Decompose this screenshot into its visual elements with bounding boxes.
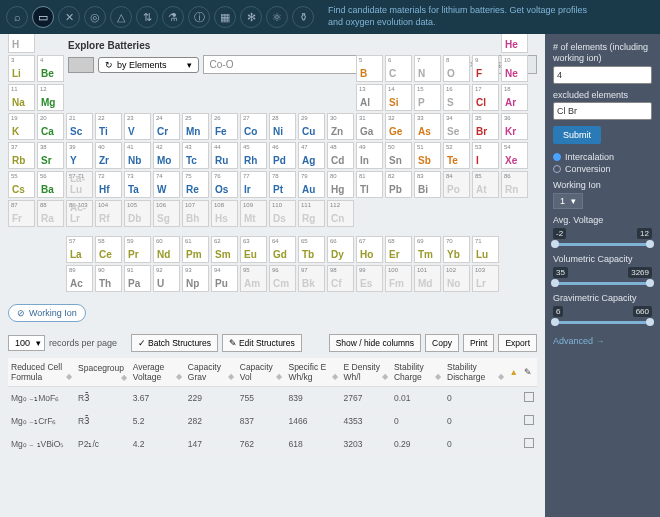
element-Rf[interactable]: 104Rf (95, 200, 122, 227)
element-Dy[interactable]: 66Dy (327, 236, 354, 263)
element-Yb[interactable]: 70Yb (443, 236, 470, 263)
element-Ra[interactable]: 88Ra (37, 200, 64, 227)
vol-capacity-slider[interactable] (553, 282, 652, 285)
element-Ni[interactable]: 28Ni (269, 113, 296, 140)
element-Pr[interactable]: 59Pr (124, 236, 151, 263)
battery-app-icon[interactable]: ▭ (32, 6, 54, 28)
element-Tm[interactable]: 69Tm (414, 236, 441, 263)
element-Li[interactable]: 3Li (8, 55, 35, 82)
info-icon[interactable]: ⓘ (188, 6, 210, 28)
element-Sb[interactable]: 51Sb (414, 142, 441, 169)
element-Md[interactable]: 101Md (414, 265, 441, 292)
column-header[interactable]: Specific E Wh/kg◆ (285, 358, 340, 387)
element-N[interactable]: 7N (414, 55, 441, 82)
element-B[interactable]: 5B (356, 55, 383, 82)
element-Fm[interactable]: 100Fm (385, 265, 412, 292)
element-Cd[interactable]: 48Cd (327, 142, 354, 169)
element-La[interactable]: 57La (66, 236, 93, 263)
element-Cf[interactable]: 98Cf (327, 265, 354, 292)
export-button[interactable]: Export (498, 334, 537, 352)
column-header[interactable]: Spacegroup◆ (75, 358, 130, 387)
element-Co[interactable]: 27Co (240, 113, 267, 140)
element-La-Lu[interactable]: 57-71La-Lu (66, 171, 93, 198)
element-Po[interactable]: 84Po (443, 171, 470, 198)
element-Al[interactable]: 13Al (356, 84, 383, 111)
column-header[interactable]: Stability Discharge◆ (444, 358, 507, 387)
element-Zn[interactable]: 30Zn (327, 113, 354, 140)
element-Zr[interactable]: 40Zr (95, 142, 122, 169)
row-checkbox[interactable] (524, 438, 534, 448)
element-Ge[interactable]: 32Ge (385, 113, 412, 140)
element-Cl[interactable]: 17Cl (472, 84, 499, 111)
element-Ti[interactable]: 22Ti (95, 113, 122, 140)
working-ion-select[interactable]: 1▾ (553, 193, 583, 209)
element-Se[interactable]: 34Se (443, 113, 470, 140)
target-icon[interactable]: ◎ (84, 6, 106, 28)
element-Cn[interactable]: 112Cn (327, 200, 354, 227)
element-Lr[interactable]: 103Lr (472, 265, 499, 292)
element-In[interactable]: 49In (356, 142, 383, 169)
element-Lu[interactable]: 71Lu (472, 236, 499, 263)
element-Bi[interactable]: 83Bi (414, 171, 441, 198)
num-elements-input[interactable] (553, 66, 652, 84)
element-Ar[interactable]: 18Ar (501, 84, 528, 111)
element-Mt[interactable]: 109Mt (240, 200, 267, 227)
element-Ru[interactable]: 44Ru (211, 142, 238, 169)
edit-structures-button[interactable]: ✎Edit Structures (222, 334, 302, 352)
element-Np[interactable]: 93Np (182, 265, 209, 292)
element-Cu[interactable]: 29Cu (298, 113, 325, 140)
element-Rg[interactable]: 111Rg (298, 200, 325, 227)
element-Re[interactable]: 75Re (182, 171, 209, 198)
element-Ac[interactable]: 89Ac (66, 265, 93, 292)
element-W[interactable]: 74W (153, 171, 180, 198)
element-Cs[interactable]: 55Cs (8, 171, 35, 198)
element-Hf[interactable]: 72Hf (95, 171, 122, 198)
element-Ce[interactable]: 58Ce (95, 236, 122, 263)
search-icon[interactable]: ⌕ (6, 6, 28, 28)
show-hide-columns-button[interactable]: Show / hide columns (329, 334, 421, 352)
element-At[interactable]: 85At (472, 171, 499, 198)
element-Te[interactable]: 52Te (443, 142, 470, 169)
element-Sr[interactable]: 38Sr (37, 142, 64, 169)
element-Xe[interactable]: 54Xe (501, 142, 528, 169)
element-Ir[interactable]: 77Ir (240, 171, 267, 198)
element-Bh[interactable]: 107Bh (182, 200, 209, 227)
arrows-icon[interactable]: ⇅ (136, 6, 158, 28)
conversion-radio[interactable]: Conversion (553, 164, 652, 174)
element-Er[interactable]: 68Er (385, 236, 412, 263)
edit-column[interactable]: ✎ (521, 358, 537, 387)
element-Sm[interactable]: 62Sm (211, 236, 238, 263)
element-Ho[interactable]: 67Ho (356, 236, 383, 263)
element-Rb[interactable]: 37Rb (8, 142, 35, 169)
print-button[interactable]: Print (463, 334, 494, 352)
element-Cr[interactable]: 24Cr (153, 113, 180, 140)
element-Ca[interactable]: 20Ca (37, 113, 64, 140)
element-Fr[interactable]: 87Fr (8, 200, 35, 227)
element-P[interactable]: 15P (414, 84, 441, 111)
column-header[interactable]: Stability Charge◆ (391, 358, 444, 387)
element-Br[interactable]: 35Br (472, 113, 499, 140)
element-Mo[interactable]: 42Mo (153, 142, 180, 169)
beaker-icon[interactable]: ⚱ (292, 6, 314, 28)
working-ion-chip[interactable]: ⊘ Working Ion (8, 304, 86, 322)
element-Rh[interactable]: 45Rh (240, 142, 267, 169)
element-F[interactable]: 9F (472, 55, 499, 82)
element-Es[interactable]: 99Es (356, 265, 383, 292)
element-K[interactable]: 19K (8, 113, 35, 140)
element-U[interactable]: 92U (153, 265, 180, 292)
element-Bk[interactable]: 97Bk (298, 265, 325, 292)
element-H[interactable]: 1H (8, 34, 35, 53)
column-header[interactable]: Average Voltage◆ (130, 358, 185, 387)
submit-button[interactable]: Submit (553, 126, 601, 144)
element-Hs[interactable]: 108Hs (211, 200, 238, 227)
triangle-icon[interactable]: △ (110, 6, 132, 28)
element-Be[interactable]: 4Be (37, 55, 64, 82)
element-Rn[interactable]: 86Rn (501, 171, 528, 198)
excluded-elements-input[interactable] (553, 102, 652, 120)
element-Sg[interactable]: 106Sg (153, 200, 180, 227)
element-Pd[interactable]: 46Pd (269, 142, 296, 169)
element-Mg[interactable]: 12Mg (37, 84, 64, 111)
element-No[interactable]: 102No (443, 265, 470, 292)
element-Tl[interactable]: 81Tl (356, 171, 383, 198)
element-Kr[interactable]: 36Kr (501, 113, 528, 140)
